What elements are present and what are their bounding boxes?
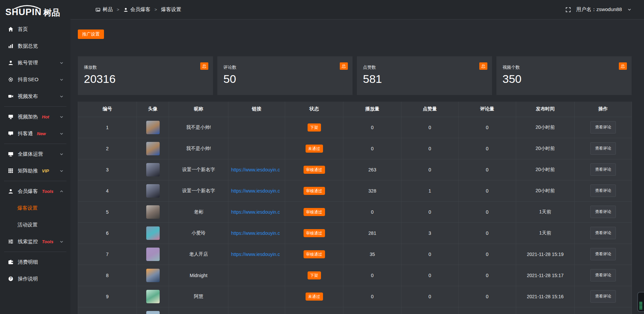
status-cell: 下架: [285, 265, 343, 286]
corner-widget[interactable]: [637, 292, 644, 312]
video-link[interactable]: https://www.iesdouyin.c: [231, 188, 280, 194]
breadcrumb-separator: >: [155, 7, 157, 12]
chevron-down-icon: [59, 152, 64, 156]
member-icon: [8, 189, 13, 194]
view-comments-button[interactable]: 查看评论: [590, 290, 616, 303]
row-id: 2: [78, 138, 137, 159]
link-cell: https://www.iesdouyin.c: [228, 244, 285, 265]
action-cell: 查看评论: [575, 138, 632, 159]
sidebar-item-home[interactable]: 首页: [0, 21, 70, 38]
sidebar-subitem-baoke-settings[interactable]: 爆客设置: [0, 200, 70, 216]
view-comments-button[interactable]: 查看评论: [590, 227, 616, 239]
nickname: 设置一个新名字: [169, 159, 228, 180]
sidebar-item-data-overview[interactable]: 数据总览: [0, 38, 70, 54]
status-cell: 审核通过: [285, 244, 343, 265]
stat-card-plays: 播放数20316总: [78, 56, 213, 95]
chevron-down-icon: [59, 77, 64, 82]
plays-value: 328: [343, 180, 401, 201]
sidebar-item-clue-monitor[interactable]: 线索监控Tools: [0, 233, 70, 250]
page-content: 推广设置 播放数20316总评论数50总点赞数581总视频个数350总 编号头像…: [70, 19, 644, 314]
sidebar-item-label: 会员爆客: [18, 188, 38, 195]
sidebar-item-matrix-boost[interactable]: 矩阵助推VIP: [0, 162, 70, 179]
sidebar-item-douke-tong[interactable]: 抖客通New: [0, 125, 70, 142]
likes-value: 0: [401, 244, 459, 265]
avatar: [146, 142, 160, 155]
promotion-settings-button[interactable]: 推广设置: [78, 30, 104, 39]
row-id: 8: [78, 265, 137, 286]
stat-value: 350: [502, 73, 626, 85]
sidebar-item-operation-guide[interactable]: ?操作说明: [0, 270, 70, 287]
stats-row: 播放数20316总评论数50总点赞数581总视频个数350总: [78, 56, 632, 95]
sidebar-divider: [4, 106, 66, 107]
avatar-cell: [137, 222, 169, 244]
avatar: [146, 290, 160, 303]
comments-value: 0: [459, 265, 516, 286]
sidebar-item-account-management[interactable]: 账号管理: [0, 54, 70, 71]
sidebar-item-member-baoke[interactable]: 会员爆客Tools: [0, 183, 70, 200]
avatar: [146, 121, 160, 134]
link-cell: https://www.iesdouyin.c: [228, 201, 285, 222]
view-comments-button[interactable]: 查看评论: [590, 206, 616, 218]
breadcrumb-item-shupin[interactable]: 树品: [96, 6, 113, 13]
wallet-icon: [8, 259, 13, 265]
publish-time: 2021-11-28 15:16: [516, 286, 575, 307]
likes-value: 0: [401, 265, 459, 286]
heat-icon: [8, 114, 13, 119]
avatar: [146, 226, 160, 240]
video-link[interactable]: https://www.iesdouyin.c: [231, 167, 280, 172]
status-badge: 审核通过: [304, 250, 325, 258]
breadcrumb-item-member-baoke[interactable]: 会员爆客: [123, 6, 151, 13]
avatar-cell: [137, 159, 169, 180]
sidebar-item-video-heat[interactable]: 视频加热Hot: [0, 108, 70, 125]
publish-time: 1天前: [516, 222, 575, 244]
view-comments-button[interactable]: 查看评论: [590, 248, 616, 260]
video-link[interactable]: https://www.iesdouyin.c: [231, 209, 280, 215]
corner-widget-bars: [639, 302, 642, 309]
stat-card-videos: 视频个数350总: [496, 56, 632, 95]
sidebar-item-label: 数据总览: [18, 43, 38, 49]
likes-value: 0: [401, 159, 459, 180]
comments-value: 0: [459, 222, 516, 244]
sidebar-subitem-activity-settings[interactable]: 活动设置: [0, 216, 70, 233]
menu-badge: New: [37, 131, 46, 136]
chart-icon: [8, 43, 13, 49]
row-id: 3: [78, 159, 137, 180]
status-cell: 审核通过: [285, 159, 343, 180]
sidebar-item-douyin-seo[interactable]: 抖音SEO: [0, 71, 70, 88]
menu-badge: Tools: [42, 189, 53, 194]
nickname: 老人开店: [169, 244, 228, 265]
status-cell: 审核通过: [285, 201, 343, 222]
plays-value: 0: [343, 117, 401, 138]
action-cell: 查看评论: [575, 159, 632, 180]
avatar-cell: [137, 286, 169, 307]
username[interactable]: 用户名：zswodun88: [576, 6, 622, 13]
avatar: [146, 311, 160, 314]
column-header: 链接: [228, 102, 285, 117]
comments-value: 0: [459, 159, 516, 180]
table-row: [78, 307, 632, 314]
username-value: zswodun88: [596, 6, 622, 12]
view-comments-button[interactable]: 查看评论: [590, 142, 616, 155]
action-cell: 查看评论: [575, 201, 632, 222]
breadcrumb-item-baoke-settings[interactable]: 爆客设置: [161, 6, 181, 13]
comments-value: 0: [459, 117, 516, 138]
chevron-down-icon[interactable]: [627, 7, 632, 12]
sidebar-item-video-publish[interactable]: 视频发布: [0, 88, 70, 105]
sidebar-subitem-label: 活动设置: [17, 222, 38, 228]
table-row: 9阿慧未通过0002021-11-28 15:16查看评论: [78, 286, 632, 307]
video-link[interactable]: https://www.iesdouyin.c: [231, 230, 280, 236]
avatar-cell: [137, 201, 169, 222]
view-comments-button[interactable]: 查看评论: [590, 121, 616, 134]
view-comments-button[interactable]: 查看评论: [590, 185, 616, 197]
fullscreen-icon[interactable]: [566, 7, 571, 12]
stat-card-comments: 评论数50总: [217, 56, 353, 95]
likes-value: [401, 307, 459, 314]
view-comments-button[interactable]: 查看评论: [590, 163, 616, 176]
main-area: 树品>会员爆客>爆客设置 用户名：zswodun88 推广设置: [70, 0, 644, 314]
video-link[interactable]: https://www.iesdouyin.c: [231, 252, 280, 257]
sidebar-item-consumption-details[interactable]: 消费明细: [0, 254, 70, 270]
sidebar-item-all-media-operation[interactable]: 全媒体运营: [0, 146, 70, 162]
nickname: 老彬: [169, 201, 228, 222]
app-logo[interactable]: SHUPIN 树品: [0, 0, 70, 19]
view-comments-button[interactable]: 查看评论: [590, 269, 616, 281]
